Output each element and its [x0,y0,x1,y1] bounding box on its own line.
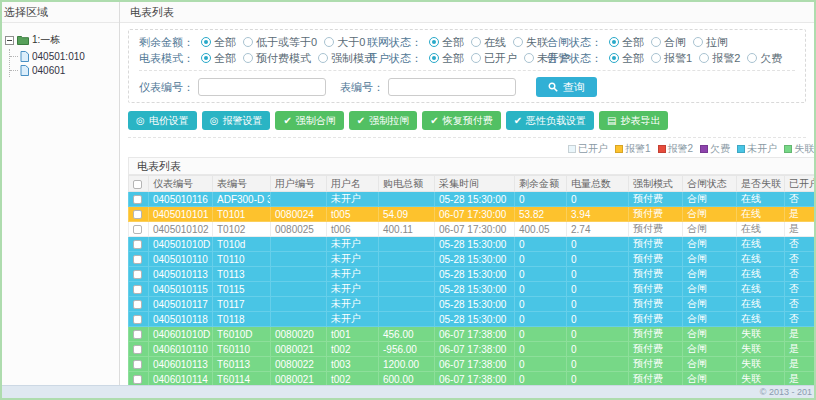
radio-selected-icon[interactable] [429,53,439,63]
table-row[interactable]: 0405010110T0110未开户05-28 15:30:0000预付费合闸在… [129,252,815,267]
radio-option[interactable]: 欠费 [747,51,782,66]
radio-option[interactable]: 预付费模式 [243,51,311,66]
radio-icon[interactable] [243,37,253,47]
action-button[interactable]: ▤抄表导出 [599,111,668,130]
document-icon [20,51,29,62]
region-tree: 1:一栋 040501:010040601 [2,23,119,87]
radio-option[interactable]: 大于0 [324,35,365,50]
row-checkbox[interactable] [133,240,142,249]
radio-option-label: 低于或等于0 [256,35,317,50]
radio-icon[interactable] [747,53,757,63]
radio-option[interactable]: 全部 [201,35,236,50]
radio-option[interactable]: 低于或等于0 [243,35,317,50]
row-checkbox[interactable] [133,360,142,369]
radio-icon[interactable] [471,37,481,47]
radio-selected-icon[interactable] [609,37,619,47]
table-cell: 0 [515,192,567,207]
radio-option[interactable]: 在线 [471,35,506,50]
table-row[interactable]: 0405010101T01010080024t00554.0906-07 17:… [129,207,815,222]
collapse-icon[interactable] [5,36,14,45]
radio-icon[interactable] [318,53,328,63]
table-row[interactable]: 0405010102T01020080025t006400.1106-07 17… [129,222,815,237]
radio-icon[interactable] [699,53,709,63]
table-row[interactable]: 0405010113T0113未开户05-28 15:30:0000预付费合闸在… [129,267,815,282]
row-checkbox[interactable] [133,210,142,219]
table-cell: 否 [785,312,815,327]
radio-selected-icon[interactable] [429,37,439,47]
filter-group-label: 电表模式： [139,51,194,66]
radio-option-label: 全部 [214,35,236,50]
action-button[interactable]: ✔强制拉闸 [349,111,417,130]
table-no-input[interactable] [388,78,516,96]
table-cell [379,312,435,327]
radio-option-label: 报警1 [664,51,692,66]
radio-option[interactable]: 全部 [609,51,644,66]
table-cell: 预付费 [629,357,683,372]
table-cell: 06-07 17:38:00 [435,342,515,357]
radio-option[interactable]: 合闸 [651,35,686,50]
row-checkbox[interactable] [133,195,142,204]
row-checkbox[interactable] [133,375,142,384]
table-row[interactable]: 0405010115T0115未开户05-28 15:30:0000预付费合闸在… [129,282,815,297]
action-button-label: 强制拉闸 [369,114,409,128]
table-cell: 否 [785,297,815,312]
table-row[interactable]: 040601010DT6010D0080020t001456.0006-07 1… [129,327,815,342]
row-checkbox[interactable] [133,270,142,279]
radio-option[interactable]: 已开户 [471,51,517,66]
column-header: 采集时间 [435,176,515,192]
legend-row: 已开户报警1报警2欠费未开户失联合闸 [128,140,814,154]
radio-icon[interactable] [524,53,534,63]
radio-option[interactable]: 全部 [609,35,644,50]
radio-option[interactable]: 全部 [201,51,236,66]
row-select-cell [129,207,149,222]
select-all-checkbox[interactable] [133,180,142,189]
table-row[interactable]: 040501010DT010d未开户05-28 15:30:0000预付费合闸在… [129,237,815,252]
action-button[interactable]: ✔强制合闸 [275,111,343,130]
radio-icon[interactable] [243,53,253,63]
table-cell: 未开户 [327,267,379,282]
radio-option[interactable]: 报警1 [651,51,692,66]
filter-group-label: 联网状态： [367,35,422,50]
radio-option[interactable]: 全部 [429,51,464,66]
radio-option[interactable]: 拉闸 [693,35,728,50]
legend-swatch [568,145,576,153]
radio-icon[interactable] [651,53,661,63]
radio-icon[interactable] [693,37,703,47]
radio-icon[interactable] [513,37,523,47]
tree-item[interactable]: 040601 [20,63,116,77]
action-button[interactable]: ✔恶性负载设置 [506,111,594,130]
tree-root-item[interactable]: 1:一栋 [5,33,116,47]
row-checkbox[interactable] [133,255,142,264]
row-checkbox[interactable] [133,345,142,354]
table-row[interactable]: 0405010116ADF300-D 3未开户05-28 15:30:0000预… [129,192,815,207]
action-button[interactable]: ✔恢复预付费 [422,111,500,130]
radio-icon[interactable] [471,53,481,63]
radio-selected-icon[interactable] [609,53,619,63]
radio-icon[interactable] [324,37,334,47]
table-cell: 合闸 [683,207,737,222]
radio-option[interactable]: 失联 [513,35,548,50]
row-checkbox[interactable] [133,330,142,339]
action-button[interactable]: ◎报警设置 [202,111,271,130]
tree-item[interactable]: 040501:010 [20,49,116,63]
radio-icon[interactable] [651,37,661,47]
radio-option[interactable]: 报警2 [699,51,740,66]
query-button[interactable]: 查询 [536,77,597,97]
row-checkbox[interactable] [133,225,142,234]
radio-selected-icon[interactable] [201,37,211,47]
radio-selected-icon[interactable] [201,53,211,63]
table-row[interactable]: 0406010110T601100080021t002-956.0006-07 … [129,342,815,357]
row-select-cell [129,327,149,342]
table-row[interactable]: 0405010117T0117未开户05-28 15:30:0000预付费合闸在… [129,297,815,312]
row-checkbox[interactable] [133,300,142,309]
action-button[interactable]: ◎电价设置 [128,111,197,130]
meter-no-input[interactable] [198,78,326,96]
query-button-label: 查询 [563,80,585,95]
table-row[interactable]: 0406010113T601130080022t0031200.0006-07 … [129,357,815,372]
table-row[interactable]: 0405010118T0118未开户05-28 15:30:0000预付费合闸在… [129,312,815,327]
row-checkbox[interactable] [133,285,142,294]
radio-option[interactable]: 全部 [429,35,464,50]
table-cell: 预付费 [629,222,683,237]
row-checkbox[interactable] [133,315,142,324]
table-cell: 失联 [737,342,785,357]
